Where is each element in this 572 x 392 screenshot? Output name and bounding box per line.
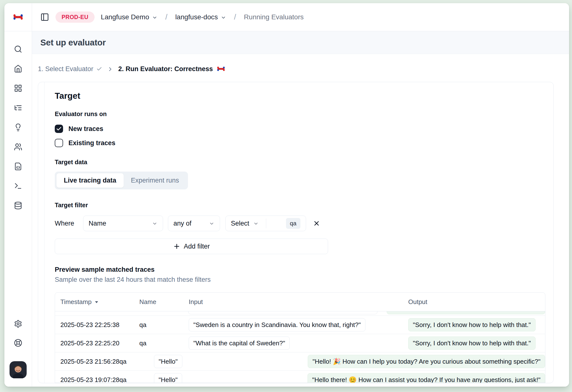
- step-select-evaluator[interactable]: 1. Select Evaluator: [38, 65, 102, 73]
- table-row: 2025-05-23 22:25:20 qa "What is the capi…: [55, 334, 545, 352]
- output-box: "Hello there! 😊 How can I assist you tod…: [307, 373, 545, 383]
- target-card: Target Evaluator runs on New traces Exis…: [38, 82, 554, 383]
- cell-name: qa: [119, 376, 154, 383]
- option-new-traces: New traces: [55, 123, 103, 135]
- user-avatar[interactable]: [10, 361, 27, 378]
- output-box: "Hello! 🎉 How can I help you today? Are …: [308, 355, 545, 368]
- add-filter-button[interactable]: Add filter: [55, 238, 328, 254]
- cell-timestamp: 2025-05-23 22:25:20: [55, 339, 139, 347]
- chevron-down-icon: [209, 221, 214, 226]
- tab-experiment-runs[interactable]: Experiment runs: [124, 173, 187, 188]
- input-box: "Hello": [154, 355, 182, 368]
- langfuse-logo-icon: [13, 12, 23, 22]
- support-lifebuoy-icon[interactable]: [14, 339, 22, 347]
- column-header-timestamp[interactable]: Timestamp: [55, 298, 139, 306]
- topbar: PROD-EU Langfuse Demo / langfuse-docs / …: [32, 3, 569, 31]
- traces-table: Timestamp Name Input Output: [55, 292, 545, 383]
- prompts-file-code-icon[interactable]: [14, 162, 22, 171]
- table-row: 2025-05-23 21:56:28 qa "Hello" "Hello! 🎉…: [55, 352, 545, 371]
- org-switcher[interactable]: Langfuse Demo: [101, 13, 158, 21]
- filter-row: Where Name any of: [55, 216, 320, 231]
- where-label: Where: [55, 220, 74, 227]
- preview-subheading: Sample over the last 24 hours that match…: [55, 276, 211, 283]
- cell-timestamp: 2025-05-23 19:07:28: [55, 376, 119, 383]
- cell-timestamp: 2025-05-23 22:25:38: [55, 321, 139, 329]
- checkbox-new-traces[interactable]: [55, 125, 63, 133]
- page-title-band: Set up evaluator: [32, 31, 569, 54]
- wizard-steps: 1. Select Evaluator 2. Run Evaluator: Co…: [38, 65, 569, 73]
- breadcrumb-separator: /: [232, 13, 238, 21]
- cell-name: qa: [139, 339, 189, 347]
- checkbox-label: Existing traces: [68, 139, 115, 147]
- sidebar-toggle-button[interactable]: [40, 13, 49, 21]
- sidebar: [4, 31, 32, 387]
- environment-badge: PROD-EU: [55, 12, 95, 23]
- sort-descending-icon: [94, 300, 99, 304]
- input-box: "Hello": [154, 373, 182, 383]
- project-switcher[interactable]: langfuse-docs: [175, 13, 226, 21]
- check-icon: [96, 66, 102, 72]
- table-row-partial: [55, 311, 545, 316]
- table-row: 2025-05-23 22:25:38 qa "Sweden is a coun…: [55, 316, 545, 334]
- wizard-content: 1. Select Evaluator 2. Run Evaluator: Co…: [32, 54, 569, 387]
- tracing-tree-icon[interactable]: [14, 104, 22, 112]
- target-heading: Target: [55, 91, 80, 101]
- filter-column-value: Name: [89, 220, 106, 227]
- chevron-down-icon: [221, 15, 226, 20]
- target-data-label: Target data: [55, 159, 87, 166]
- column-header-input: Input: [189, 298, 408, 306]
- breadcrumb-current: Running Evaluators: [244, 13, 304, 21]
- output-box: "Sorry, I don't know how to help with th…: [408, 318, 536, 331]
- step-run-evaluator[interactable]: 2. Run Evaluator: Correctness: [118, 65, 225, 73]
- filter-operator-select[interactable]: any of: [168, 216, 220, 231]
- tab-live-tracing-data[interactable]: Live tracing data: [56, 173, 124, 188]
- chevron-right-icon: [107, 66, 113, 72]
- preview-heading: Preview sample matched traces: [55, 266, 155, 273]
- step1-label: 1. Select Evaluator: [38, 65, 93, 73]
- input-box-clipped: [188, 311, 377, 314]
- users-icon[interactable]: [14, 143, 22, 151]
- target-filter-label: Target filter: [55, 202, 88, 209]
- cell-name: qa: [119, 358, 154, 365]
- settings-gear-icon[interactable]: [14, 320, 22, 328]
- output-box-clipped: [387, 311, 545, 314]
- filter-value-select[interactable]: Select qa: [225, 216, 306, 231]
- remove-filter-button[interactable]: [313, 220, 320, 227]
- app-window: PROD-EU Langfuse Demo / langfuse-docs / …: [4, 3, 569, 387]
- project-name: langfuse-docs: [175, 13, 218, 21]
- filter-column-select[interactable]: Name: [83, 216, 163, 231]
- runs-on-label: Evaluator runs on: [55, 110, 107, 118]
- timestamp-header-label: Timestamp: [60, 298, 92, 306]
- dashboard-grid-icon[interactable]: [14, 84, 22, 92]
- playground-terminal-icon[interactable]: [14, 182, 22, 190]
- breadcrumb-separator: /: [164, 13, 169, 21]
- checkbox-existing-traces[interactable]: [55, 139, 63, 147]
- home-icon[interactable]: [14, 64, 22, 73]
- filter-operator-value: any of: [174, 220, 192, 227]
- langfuse-icon: [217, 65, 225, 73]
- lightbulb-icon[interactable]: [14, 123, 22, 131]
- output-box: "Sorry, I don't know how to help with th…: [408, 337, 536, 350]
- input-box: "Sweden is a country in Scandinavia. You…: [189, 318, 365, 331]
- chevron-down-icon: [253, 221, 259, 226]
- table-header: Timestamp Name Input Output: [55, 293, 545, 311]
- chevron-down-icon: [152, 221, 158, 226]
- sidebar-footer: [10, 320, 27, 378]
- input-box: "What is the capital of Sweden?": [189, 337, 290, 350]
- plus-icon: [173, 243, 180, 250]
- step2-label: 2. Run Evaluator: Correctness: [118, 65, 213, 73]
- datasets-database-icon[interactable]: [14, 201, 22, 210]
- app-logo[interactable]: [4, 3, 32, 31]
- select-divider: [266, 219, 266, 228]
- column-header-name: Name: [139, 298, 189, 306]
- option-existing-traces: Existing traces: [55, 137, 115, 149]
- target-data-segmented-control: Live tracing data Experiment runs: [55, 172, 188, 189]
- main-area: Set up evaluator 1. Select Evaluator 2. …: [32, 31, 569, 387]
- page-title: Set up evaluator: [40, 38, 106, 47]
- cell-name: qa: [139, 321, 189, 329]
- checkbox-label: New traces: [68, 125, 103, 133]
- search-icon[interactable]: [14, 45, 22, 53]
- table-row: 2025-05-23 19:07:28 qa "Hello" "Hello th…: [55, 371, 545, 383]
- cell-timestamp: 2025-05-23 21:56:28: [55, 358, 119, 365]
- chevron-down-icon: [152, 15, 158, 20]
